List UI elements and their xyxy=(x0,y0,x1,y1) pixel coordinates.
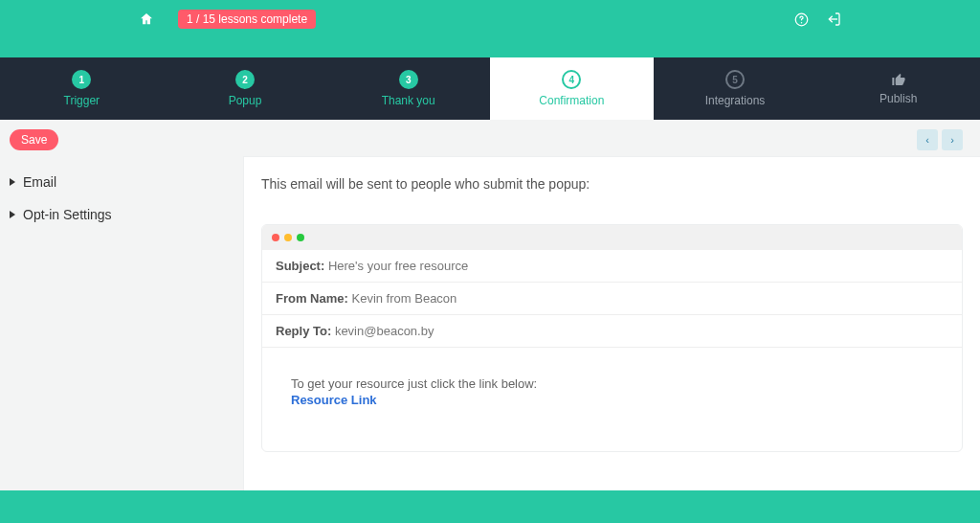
mail-body-text: To get your resource just click the link… xyxy=(291,376,933,391)
window-chrome xyxy=(262,225,962,250)
mail-from-row[interactable]: From Name: Kevin from Beacon xyxy=(262,283,962,315)
lessons-badge[interactable]: 1 / 15 lessons complete xyxy=(178,10,316,29)
step-thankyou[interactable]: 3 Thank you xyxy=(326,57,490,120)
bottom-strip xyxy=(0,490,980,523)
email-preview-card: Subject: Here's your free resource From … xyxy=(261,224,963,452)
intro-text: This email will be sent to people who su… xyxy=(261,176,963,192)
sidebar-item-email[interactable]: Email xyxy=(0,166,243,198)
prev-button[interactable]: ‹ xyxy=(917,129,938,150)
step-integrations[interactable]: 5 Integrations xyxy=(654,57,817,120)
sidebar: Email Opt-in Settings xyxy=(0,156,243,511)
home-icon[interactable] xyxy=(139,11,154,27)
svg-point-1 xyxy=(801,21,803,23)
toolbar: Save ‹ › xyxy=(0,120,980,156)
mail-subject-row[interactable]: Subject: Here's your free resource xyxy=(262,250,962,283)
step-trigger[interactable]: 1 Trigger xyxy=(0,57,164,120)
step-popup[interactable]: 2 Popup xyxy=(164,57,327,120)
mail-body[interactable]: To get your resource just click the link… xyxy=(262,348,962,451)
sidebar-item-label: Email xyxy=(23,174,56,190)
caret-right-icon xyxy=(10,178,15,186)
step-confirmation[interactable]: 4 Confirmation xyxy=(490,57,654,120)
pager: ‹ › xyxy=(917,129,970,150)
traffic-light-yellow xyxy=(284,234,292,241)
top-bar: 1 / 15 lessons complete xyxy=(0,0,980,38)
next-button[interactable]: › xyxy=(942,129,963,150)
step-publish[interactable]: Publish xyxy=(816,57,980,120)
traffic-light-red xyxy=(272,234,279,241)
main-panel: This email will be sent to people who su… xyxy=(243,156,980,511)
traffic-light-green xyxy=(297,234,304,241)
sidebar-item-label: Opt-in Settings xyxy=(23,207,112,222)
sidebar-item-optin[interactable]: Opt-in Settings xyxy=(0,198,243,231)
thumbs-up-icon xyxy=(891,72,906,87)
resource-link[interactable]: Resource Link xyxy=(291,393,377,407)
mail-reply-row[interactable]: Reply To: kevin@beacon.by xyxy=(262,315,962,348)
exit-icon[interactable] xyxy=(826,11,841,27)
save-button[interactable]: Save xyxy=(10,129,58,150)
steps-bar: 1 Trigger 2 Popup 3 Thank you 4 Confirma… xyxy=(0,57,980,120)
caret-right-icon xyxy=(10,211,15,218)
help-icon[interactable] xyxy=(794,12,809,27)
